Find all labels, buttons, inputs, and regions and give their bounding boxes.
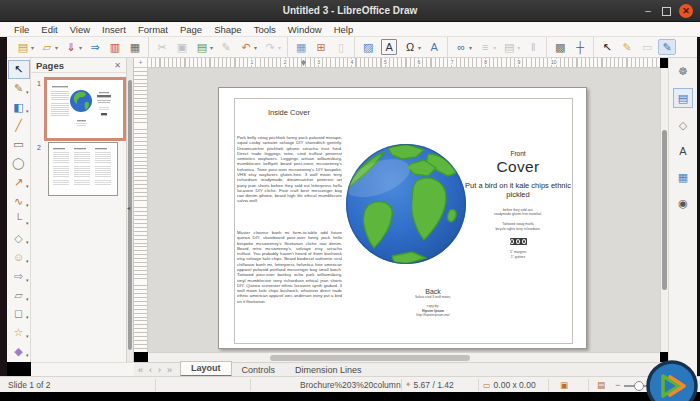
close-button[interactable]: ✕ <box>679 4 693 18</box>
line-style-dropdown-icon[interactable]: ▾ <box>26 89 29 95</box>
menu-file[interactable]: File <box>8 24 35 35</box>
menu-window[interactable]: Window <box>282 24 328 35</box>
paste-button[interactable]: ▤▾ <box>193 39 215 55</box>
basic-shapes-dropdown-icon[interactable]: ▾ <box>26 239 29 245</box>
panel-collapse-icon[interactable]: ◂ <box>127 204 130 211</box>
fill-color-dropdown-icon[interactable]: ▾ <box>26 108 29 114</box>
maximize-button[interactable] <box>662 7 671 16</box>
tab-controls[interactable]: Controls <box>232 364 286 377</box>
connectors-dropdown-icon[interactable]: ▾ <box>26 220 29 226</box>
fit-slide-button[interactable]: ▣ <box>560 377 568 393</box>
inside-cover-paragraph-2[interactable]: Master cleanse banh mi farm-to-table odd… <box>237 230 342 330</box>
export-pdf-button[interactable]: ▥ <box>106 39 124 55</box>
export-button[interactable]: ⇒ <box>86 39 104 55</box>
globe-image[interactable] <box>342 140 470 268</box>
tab-dimension-lines[interactable]: Dimension Lines <box>285 364 372 377</box>
minimize-button[interactable]: – <box>642 5 654 17</box>
vertical-scrollbar-thumb[interactable] <box>662 130 667 290</box>
print-button[interactable]: ▦ <box>126 39 144 55</box>
last-page-icon[interactable]: » <box>167 365 172 375</box>
new-document-dropdown-icon[interactable]: ▾ <box>31 44 34 51</box>
menu-format[interactable]: Format <box>132 24 174 35</box>
connectors-button[interactable]: └▾ <box>8 211 30 230</box>
menu-tools[interactable]: Tools <box>248 24 282 35</box>
first-page-icon[interactable]: « <box>138 365 143 375</box>
3d-objects-button[interactable]: ◆▾ <box>8 342 30 361</box>
flowchart-shapes-button[interactable]: ▱▾ <box>8 286 30 305</box>
drawing-canvas[interactable]: Inside Cover Pork belly swag pitchfork f… <box>148 68 660 352</box>
arrange-dropdown-icon[interactable]: ▾ <box>517 44 520 51</box>
hyperlink-button[interactable]: ∞▾ <box>452 39 474 55</box>
special-character-button[interactable]: Ω▾ <box>401 39 423 55</box>
redo-dropdown-icon[interactable]: ▾ <box>278 44 281 51</box>
star-shapes-dropdown-icon[interactable]: ▾ <box>26 333 29 339</box>
display-grid-button[interactable]: ▦ <box>292 39 310 55</box>
menu-help[interactable]: Help <box>328 24 360 35</box>
zoom-slider-thumb[interactable] <box>634 381 644 391</box>
vertical-scrollbar[interactable] <box>660 68 668 352</box>
new-document-button[interactable]: ▤▾ <box>14 39 36 55</box>
curves-and-polygons-dropdown-icon[interactable]: ▾ <box>26 202 29 208</box>
inside-cover-heading[interactable]: Inside Cover <box>237 108 341 117</box>
panel-splitter[interactable]: ◂ <box>126 58 134 376</box>
star-shapes-button[interactable]: ☆▾ <box>8 323 30 342</box>
menu-view[interactable]: View <box>64 24 96 35</box>
sidebar-tab-navigator[interactable]: ◉ <box>674 194 692 212</box>
sidebar-tab-shapes[interactable]: ◇ <box>674 116 692 134</box>
shadow-button[interactable]: ▩ <box>551 39 569 55</box>
lines-and-arrows-button[interactable]: ↗▾ <box>8 173 30 192</box>
select-button[interactable]: ↖ <box>598 39 616 55</box>
curves-and-polygons-button[interactable]: ∿▾ <box>8 192 30 211</box>
rectangle-tool-button[interactable]: ▭ <box>8 135 30 154</box>
page-thumbnail-2[interactable] <box>48 142 118 196</box>
insert-text-box-button[interactable]: A <box>379 38 399 56</box>
hyperlink-dropdown-icon[interactable]: ▾ <box>469 44 472 51</box>
zoom-out-icon[interactable]: − <box>615 377 620 393</box>
fill-color-button[interactable]: ◧▾ <box>8 98 30 117</box>
callout-shapes-dropdown-icon[interactable]: ▾ <box>26 314 29 320</box>
document-page[interactable]: Inside Cover Pork belly swag pitchfork f… <box>218 87 587 349</box>
horizontal-scrollbar-thumb[interactable] <box>270 355 470 361</box>
sidebar-tab-properties[interactable]: ▤ <box>673 88 693 108</box>
symbol-shapes-dropdown-icon[interactable]: ▾ <box>26 258 29 264</box>
3d-objects-dropdown-icon[interactable]: ▾ <box>26 352 29 358</box>
insert-line-button[interactable]: ╱ <box>8 117 30 136</box>
fontwork-button[interactable]: A <box>425 39 443 55</box>
open-dropdown-icon[interactable]: ▾ <box>55 44 58 51</box>
menu-insert[interactable]: Insert <box>96 24 132 35</box>
line-style-button[interactable]: ✎▾ <box>8 79 30 98</box>
front-cover-section[interactable]: Front Cover Put a bird on it kale chips … <box>458 150 578 260</box>
back-section[interactable]: Back Salvia cred 3 wolf moon, copy by: H… <box>373 288 493 318</box>
undo-dropdown-icon[interactable]: ▾ <box>254 44 257 51</box>
crop-button[interactable]: ┼ <box>571 39 589 55</box>
open-button[interactable]: ▱▾ <box>38 39 60 55</box>
select-tool-button[interactable]: ↖ <box>8 60 30 79</box>
snap-to-grid-button[interactable]: ⊞ <box>312 39 330 55</box>
next-page-icon[interactable]: › <box>158 365 161 375</box>
ellipse-tool-button[interactable]: ◯ <box>8 154 30 173</box>
lines-and-arrows-dropdown-icon[interactable]: ▾ <box>26 183 29 189</box>
undo-button[interactable]: ↶▾ <box>237 39 259 55</box>
save-dropdown-icon[interactable]: ▾ <box>79 44 82 51</box>
callout-shapes-button[interactable]: ◻▾ <box>8 305 30 324</box>
show-draw-functions-button[interactable]: ✎ <box>658 39 676 55</box>
flowchart-shapes-dropdown-icon[interactable]: ▾ <box>26 296 29 302</box>
insert-image-button[interactable]: ▨ <box>359 39 377 55</box>
block-arrows-dropdown-icon[interactable]: ▾ <box>26 277 29 283</box>
page-thumbnail-1[interactable] <box>44 77 126 141</box>
menu-shape[interactable]: Shape <box>208 24 247 35</box>
symbol-shapes-button[interactable]: ☺▾ <box>8 248 30 267</box>
basic-shapes-button[interactable]: ◇▾ <box>8 229 30 248</box>
inside-cover-paragraph-1[interactable]: Pork belly swag pitchfork fanny pack pol… <box>237 135 342 227</box>
special-character-dropdown-icon[interactable]: ▾ <box>418 44 421 51</box>
menu-page[interactable]: Page <box>174 24 208 35</box>
redact-button[interactable]: ✎ <box>618 39 636 55</box>
block-arrows-button[interactable]: ⇨▾ <box>8 267 30 286</box>
sidebar-tab-gallery[interactable]: ▦ <box>674 168 692 186</box>
previous-page-icon[interactable]: ‹ <box>149 365 152 375</box>
save-status-icon[interactable]: ▤ <box>597 377 605 393</box>
sidebar-tab-character-styles[interactable]: A <box>674 142 692 160</box>
tab-layout[interactable]: Layout <box>180 361 232 377</box>
paste-dropdown-icon[interactable]: ▾ <box>210 44 213 51</box>
align-objects-dropdown-icon[interactable]: ▾ <box>493 44 496 51</box>
